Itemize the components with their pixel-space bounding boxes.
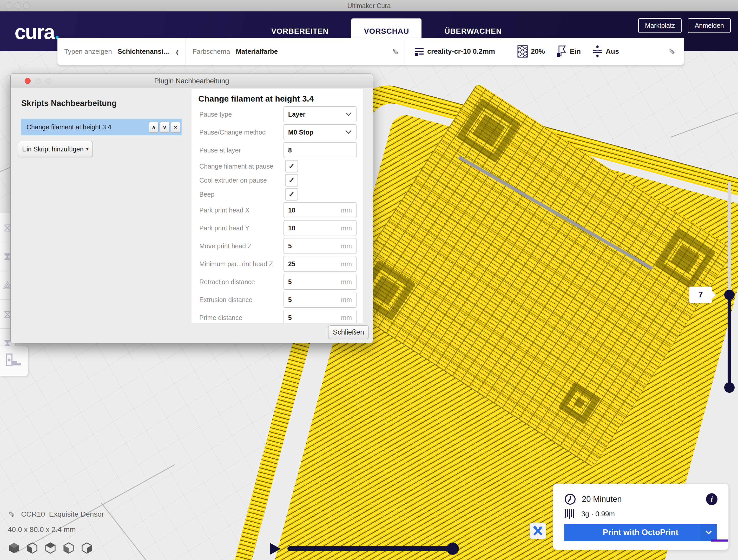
view-right-button[interactable] [80,542,93,554]
input-move-print-head-z[interactable]: 5mm [284,238,357,254]
checkbox-change-filament-at-pause[interactable]: ✓ [285,160,298,172]
support-value[interactable]: Ein [570,48,581,56]
layer-slider-upper-handle[interactable] [724,290,735,300]
hammer-wrench-icon [532,525,543,536]
view-front-button[interactable] [26,542,38,554]
view-left-button[interactable] [62,542,75,554]
input-minimum-par-rint-head-z[interactable]: 25mm [284,256,357,272]
support-blocker-icon [5,353,23,369]
marketplace-button[interactable]: Marktplatz [638,18,682,33]
unit-label: mm [341,260,352,268]
dropdown-pause-type[interactable]: Layer [284,106,357,122]
info-icon[interactable]: i [706,493,717,505]
input-value: 8 [288,146,352,154]
dialog-zoom-traffic-button[interactable] [45,78,51,84]
remove-script-button[interactable]: × [171,122,180,133]
rename-pencil-icon[interactable]: ✎ [6,511,16,517]
chevron-down-icon [705,530,712,535]
move-script-down-button[interactable]: ∨ [160,122,169,133]
input-value: 5 [288,296,341,304]
play-button[interactable] [270,543,281,555]
color-scheme-group[interactable]: Farbschema Materialfarbe ✎ [186,38,405,65]
unit-label: mm [341,314,352,322]
input-pause-at-layer[interactable]: 8 [284,142,357,158]
layer-slider-range[interactable] [728,295,731,388]
checkbox-beep[interactable]: ✓ [285,188,298,200]
dialog-minimize-traffic-button[interactable] [35,78,41,84]
dropdown-pause-change-method[interactable]: M0 Stop [284,124,357,140]
print-settings-shortcut-button[interactable] [529,523,546,539]
dropdown-accent-strip [711,539,728,542]
unit-label: mm [341,224,352,232]
view-type-value[interactable]: Schichtenansi... [118,48,169,56]
infill-value[interactable]: 20% [531,48,545,56]
form-label-park-print-head-x: Park print head X [198,206,284,214]
checkbox-cool-extruder-on-pause[interactable]: ✓ [285,174,298,186]
input-value: 5 [288,278,341,286]
support-blocker-tool[interactable] [0,346,28,376]
input-prime-distance[interactable]: 5mm [284,310,357,323]
form-label-pause-at-layer: Pause at layer [198,146,284,154]
model-info: ✎ CCR10_Exquisite Densor 40.0 x 80.0 x 2… [8,510,104,534]
print-settings-group[interactable]: creality-cr-10 0.2mm 20% Ein Aus ✎ [405,38,684,65]
path-slider-track[interactable] [287,546,454,551]
print-time-estimate: 20 Minuten [582,495,622,504]
unit-label: mm [341,242,352,250]
layer-slider-track[interactable] [728,182,731,296]
view-type-label: Typen anzeigen [64,48,112,56]
clock-icon [564,493,576,505]
model-dimensions: 40.0 x 80.0 x 2.4 mm [8,525,104,534]
form-row-pause-type: Pause typeLayer [198,106,357,122]
dropdown-value: Layer [288,111,345,118]
add-script-label: Ein Skript hinzufügen [22,145,83,153]
adhesion-value[interactable]: Aus [606,48,619,56]
layer-number-tooltip: 7 [689,287,712,303]
print-summary-card: 20 Minuten i 3g · 0.99m Print with OctoP… [553,484,729,550]
form-row-park-print-head-x: Park print head X10mm [198,202,357,218]
adhesion-icon [592,45,603,58]
form-label-retraction-distance: Retraction distance [198,278,284,286]
signin-button[interactable]: Anmelden [688,18,731,33]
view-top-button[interactable] [44,542,57,554]
printer-profile[interactable]: creality-cr-10 0.2mm [427,48,495,56]
move-script-up-button[interactable]: ∧ [149,122,158,133]
input-retraction-distance[interactable]: 5mm [284,274,357,290]
input-extrusion-distance[interactable]: 5mm [284,292,357,308]
input-value: 5 [288,314,341,322]
form-label-pause-type: Pause type [198,111,284,118]
input-park-print-head-x[interactable]: 10mm [284,202,357,218]
selected-script-row[interactable]: Change filament at height 3.4 ∧ ∨ × [21,119,181,135]
print-with-octoprint-button[interactable]: Print with OctoPrint [564,524,717,541]
print-options-dropdown[interactable] [700,524,717,541]
edit-pencil-icon[interactable]: ✎ [391,48,400,55]
chevron-down-icon [345,130,352,134]
form-label-park-print-head-y: Park print head Y [198,224,284,232]
input-park-print-head-y[interactable]: 10mm [284,220,357,236]
window-titlebar: Ultimaker Cura [0,0,738,11]
unit-label: mm [341,278,352,286]
path-slider-handle[interactable] [447,543,459,555]
form-label-change-filament-at-pause: Change filament at pause [198,163,285,170]
view-type-group[interactable]: Typen anzeigen Schichtenansi... ‹ [57,38,186,65]
form-row-change-filament-at-pause: Change filament at pause✓ [198,160,357,172]
camera-view-buttons [8,542,93,554]
collapse-chevron-icon[interactable]: ‹ [176,44,179,59]
script-settings-title: Change filament at height 3.4 [198,94,357,104]
unit-label: mm [341,296,352,304]
add-script-button[interactable]: Ein Skript hinzufügen ▾ [18,141,93,157]
view-3d-button[interactable] [8,542,20,554]
form-row-prime-distance: Prime distance5mm [198,310,357,323]
edit-printer-pencil-icon[interactable]: ✎ [667,48,676,55]
checkmark-icon: ✓ [289,176,294,185]
infill-icon [517,45,528,58]
buildplate-edge-line [670,109,738,138]
form-row-pause-change-method: Pause/Change methodM0 Stop [198,124,357,140]
color-scheme-value[interactable]: Materialfarbe [236,48,278,56]
close-dialog-button[interactable]: Schließen [328,326,369,339]
form-row-move-print-head-z: Move print head Z5mm [198,238,357,254]
dialog-close-traffic-button[interactable] [25,78,31,84]
layers-icon [414,46,424,57]
layer-slider-lower-handle[interactable] [724,382,735,393]
qr-finder-square [655,228,716,290]
input-value: 25 [288,260,341,268]
